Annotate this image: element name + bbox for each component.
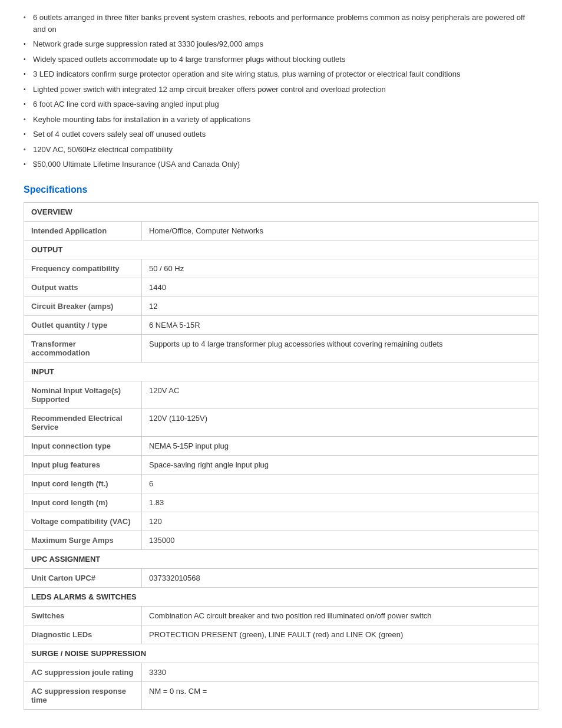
bullet-item: Widely spaced outlets accommodate up to …: [24, 54, 538, 65]
table-row: Circuit Breaker (amps)12: [24, 297, 538, 315]
section-header-row: OUTPUT: [24, 240, 538, 259]
section-header-row: LEDS ALARMS & SWITCHES: [24, 587, 538, 606]
bullet-item: 6 foot AC line cord with space-saving an…: [24, 98, 538, 110]
row-value: Combination AC circuit breaker and two p…: [142, 606, 538, 625]
table-row: Input connection typeNEMA 5-15P input pl…: [24, 436, 538, 455]
table-row: Intended ApplicationHome/Office, Compute…: [24, 221, 538, 240]
row-label: Diagnostic LEDs: [24, 625, 142, 644]
row-value: 037332010568: [142, 568, 538, 587]
row-label: Circuit Breaker (amps): [24, 297, 142, 315]
section-header-row: INPUT: [24, 362, 538, 381]
row-value: 120: [142, 512, 538, 531]
row-value: 3330: [142, 663, 538, 681]
section-header-row: OVERVIEW: [24, 202, 538, 221]
row-value: 135000: [142, 531, 538, 549]
row-value: 120V (110-125V): [142, 409, 538, 436]
row-label: Nominal Input Voltage(s) Supported: [24, 381, 142, 409]
row-value: 1.83: [142, 493, 538, 512]
row-value: PROTECTION PRESENT (green), LINE FAULT (…: [142, 625, 538, 644]
row-value: 6: [142, 474, 538, 493]
specs-table: OVERVIEWIntended ApplicationHome/Office,…: [24, 202, 538, 710]
row-label: Voltage compatibility (VAC): [24, 512, 142, 531]
row-label: Switches: [24, 606, 142, 625]
table-row: Input plug featuresSpace-saving right an…: [24, 455, 538, 474]
row-value: Home/Office, Computer Networks: [142, 221, 538, 240]
table-row: Voltage compatibility (VAC)120: [24, 512, 538, 531]
table-row: Input cord length (m)1.83: [24, 493, 538, 512]
row-value: Space-saving right angle input plug: [142, 455, 538, 474]
row-label: Input cord length (m): [24, 493, 142, 512]
table-row: Unit Carton UPC#037332010568: [24, 568, 538, 587]
row-label: Input connection type: [24, 436, 142, 455]
bullet-item: 3 LED indicators confirm surge protector…: [24, 68, 538, 80]
row-label: Outlet quantity / type: [24, 315, 142, 334]
row-value: 12: [142, 297, 538, 315]
table-row: Frequency compatibility50 / 60 Hz: [24, 259, 538, 278]
table-row: Nominal Input Voltage(s) Supported120V A…: [24, 381, 538, 409]
row-value: Supports up to 4 large transformer plug …: [142, 334, 538, 362]
row-label: Input plug features: [24, 455, 142, 474]
row-label: Maximum Surge Amps: [24, 531, 142, 549]
section-header-row: UPC ASSIGNMENT: [24, 549, 538, 568]
table-row: AC suppression joule rating3330: [24, 663, 538, 681]
table-row: Maximum Surge Amps135000: [24, 531, 538, 549]
row-value: 50 / 60 Hz: [142, 259, 538, 278]
row-label: Intended Application: [24, 221, 142, 240]
row-value: 6 NEMA 5-15R: [142, 315, 538, 334]
row-value: 1440: [142, 278, 538, 297]
table-row: Diagnostic LEDsPROTECTION PRESENT (green…: [24, 625, 538, 644]
table-row: Recommended Electrical Service120V (110-…: [24, 409, 538, 436]
specs-heading: Specifications: [24, 185, 538, 195]
row-label: Unit Carton UPC#: [24, 568, 142, 587]
bullet-item: $50,000 Ultimate Lifetime Insurance (USA…: [24, 159, 538, 170]
table-row: Transformer accommodationSupports up to …: [24, 334, 538, 362]
row-label: Frequency compatibility: [24, 259, 142, 278]
feature-list: 6 outlets arranged in three filter banks…: [24, 12, 538, 170]
section-header-row: SURGE / NOISE SUPPRESSION: [24, 644, 538, 663]
row-label: Recommended Electrical Service: [24, 409, 142, 436]
row-label: Input cord length (ft.): [24, 474, 142, 493]
bullet-item: Keyhole mounting tabs for installation i…: [24, 114, 538, 126]
bullet-item: Set of 4 outlet covers safely seal off u…: [24, 129, 538, 140]
row-label: AC suppression response time: [24, 681, 142, 709]
table-row: Output watts1440: [24, 278, 538, 297]
table-row: Outlet quantity / type6 NEMA 5-15R: [24, 315, 538, 334]
table-row: AC suppression response timeNM = 0 ns. C…: [24, 681, 538, 709]
bullet-item: Lighted power switch with integrated 12 …: [24, 84, 538, 95]
row-label: Transformer accommodation: [24, 334, 142, 362]
bullet-item: Network grade surge suppression rated at…: [24, 38, 538, 50]
bullet-item: 120V AC, 50/60Hz electrical compatibilit…: [24, 144, 538, 156]
table-row: SwitchesCombination AC circuit breaker a…: [24, 606, 538, 625]
bullet-item: 6 outlets arranged in three filter banks…: [24, 12, 538, 35]
row-label: AC suppression joule rating: [24, 663, 142, 681]
table-row: Input cord length (ft.)6: [24, 474, 538, 493]
row-value: 120V AC: [142, 381, 538, 409]
row-label: Output watts: [24, 278, 142, 297]
row-value: NEMA 5-15P input plug: [142, 436, 538, 455]
row-value: NM = 0 ns. CM =: [142, 681, 538, 709]
